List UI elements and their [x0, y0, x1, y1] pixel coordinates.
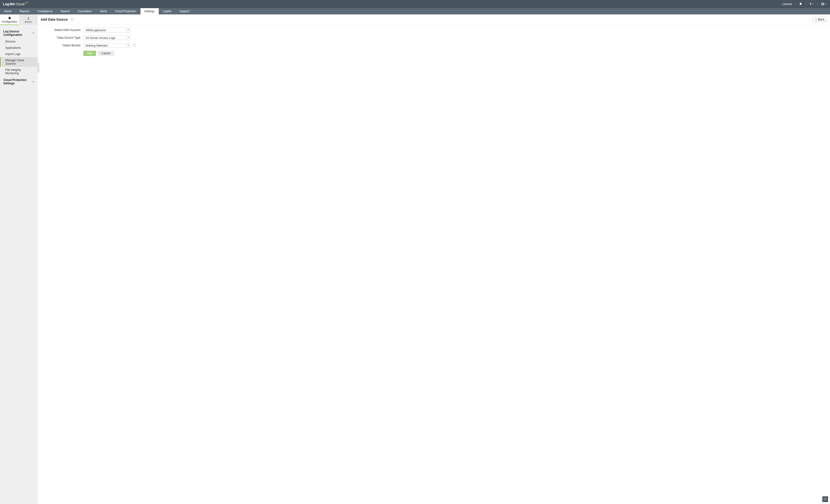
data-source-type-select[interactable]: S3 Server Access Logs — [83, 35, 130, 40]
nav-tab-search[interactable]: Search — [57, 8, 74, 14]
select-bucket-select[interactable]: Nothing Selected — [83, 43, 130, 48]
sidebar: Log Source Configuration Devices Applica… — [0, 25, 38, 87]
license-link[interactable]: License — [782, 2, 792, 6]
nav-tab-alerts[interactable]: Alerts — [96, 8, 111, 14]
sidebar-item-devices[interactable]: Devices — [0, 38, 38, 45]
bell-icon[interactable] — [799, 2, 802, 6]
chevron-down-icon — [126, 35, 130, 40]
aws-account-select[interactable]: AWSLogSource — [83, 28, 130, 32]
gear-icon — [8, 16, 11, 20]
sidebar-item-applications[interactable]: Applications — [0, 45, 38, 51]
logo-swirl-icon — [26, 1, 29, 5]
left-column: Configuration Admin Log Source Configura… — [0, 14, 38, 504]
required-marker: * — [56, 36, 57, 39]
data-source-type-label: *Data Source Type — [47, 36, 83, 39]
chat-icon[interactable] — [822, 496, 828, 502]
cancel-button[interactable]: Cancel — [97, 51, 114, 56]
chevron-down-icon — [825, 3, 827, 5]
user-icon — [27, 17, 30, 20]
separator — [806, 2, 806, 6]
nav-tab-compliance[interactable]: Compliance — [34, 8, 57, 14]
nav-tab-settings[interactable]: Settings — [140, 8, 159, 14]
sidebar-item-file-integrity-monitoring[interactable]: File Integrity Monitoring — [0, 67, 38, 76]
select-bucket-help-icon[interactable] — [133, 44, 136, 47]
profile-menu[interactable] — [821, 2, 827, 6]
nav-tab-reports[interactable]: Reports — [15, 8, 34, 14]
help-icon: ? — [809, 2, 811, 6]
back-button[interactable]: Back — [812, 17, 827, 22]
required-marker: * — [61, 44, 62, 47]
nav-tab-correlation[interactable]: Correlation — [74, 8, 96, 14]
sidebar-item-import-logs[interactable]: Import Logs — [0, 51, 38, 57]
logo-text: Log360 Cloud — [3, 2, 25, 6]
page-header: Add Data Source Back — [38, 14, 830, 24]
main-area: Add Data Source Back Select AWS Account … — [38, 14, 830, 504]
logo: Log360 Cloud — [3, 1, 29, 7]
caret-right-icon — [32, 80, 34, 83]
separator — [795, 2, 796, 6]
sub-tab-label: Admin — [25, 21, 32, 23]
add-button[interactable]: Add — [83, 51, 96, 56]
chevron-left-icon — [815, 19, 817, 21]
form: Select AWS Account AWSLogSource *Data So… — [38, 24, 206, 59]
chevron-down-icon — [812, 3, 814, 5]
svg-point-1 — [822, 3, 824, 4]
svg-point-2 — [28, 17, 29, 18]
help-menu[interactable]: ? — [809, 2, 814, 6]
main-nav: Home Reports Compliance Search Correlati… — [0, 8, 830, 14]
sub-tab-label: Configuration — [2, 20, 17, 23]
sidebar-section-log-source-configuration[interactable]: Log Source Configuration — [0, 28, 38, 38]
sidebar-item-manage-cloud-sources[interactable]: Manage Cloud Sources — [0, 57, 38, 67]
top-header: Log360 Cloud License ? — [0, 0, 830, 8]
page-title: Add Data Source — [40, 18, 68, 21]
caret-down-icon — [32, 31, 34, 35]
separator — [817, 2, 818, 6]
sub-nav: Configuration Admin — [0, 14, 38, 25]
logo-part1: Log360 — [3, 2, 14, 6]
user-circle-icon — [821, 2, 825, 6]
page-help-icon[interactable] — [70, 18, 73, 21]
logo-part2: Cloud — [15, 2, 25, 6]
select-bucket-label: *Select Bucket — [47, 44, 83, 47]
nav-tab-logme[interactable]: LogMe — [159, 8, 175, 14]
chevron-down-icon — [126, 28, 130, 32]
chevron-down-icon — [126, 43, 130, 48]
top-right: License ? — [782, 2, 827, 6]
sub-tab-configuration[interactable]: Configuration — [0, 14, 19, 25]
nav-tab-home[interactable]: Home — [0, 8, 15, 14]
sub-tab-admin[interactable]: Admin — [19, 14, 38, 25]
nav-tab-support[interactable]: Support — [175, 8, 194, 14]
aws-account-label: Select AWS Account — [47, 28, 83, 32]
nav-tab-cloud-protection[interactable]: Cloud Protection — [111, 8, 140, 14]
sidebar-collapse-handle[interactable] — [37, 62, 39, 73]
sidebar-section-cloud-protection-settings[interactable]: Cloud Protection Settings — [0, 76, 38, 87]
